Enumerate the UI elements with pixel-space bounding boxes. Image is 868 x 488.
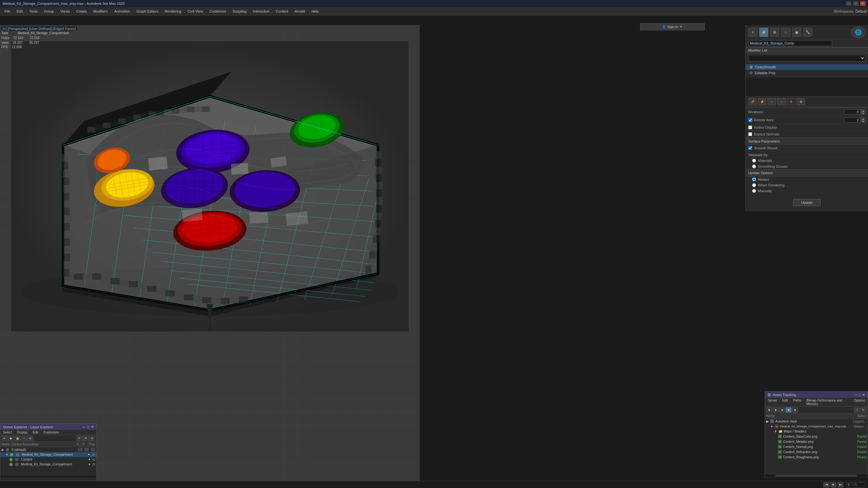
menu-scripting[interactable]: Scripting bbox=[229, 7, 250, 15]
at-tb-btn3[interactable]: ■ bbox=[779, 408, 785, 413]
explicit-normals-checkbox[interactable] bbox=[748, 132, 752, 136]
at-menu-server[interactable]: Server bbox=[765, 398, 780, 406]
frame-counter[interactable]: 0 / 100 bbox=[846, 482, 865, 487]
menu-file[interactable]: File bbox=[1, 7, 13, 15]
at-row-refraction[interactable]: 🖼 Content_Refraction.png Found bbox=[765, 449, 868, 454]
prev-frame-btn[interactable]: |◀ bbox=[824, 482, 829, 487]
signin-button[interactable]: 👤 Sign In ▼ bbox=[640, 23, 705, 30]
menu-customize[interactable]: Customize bbox=[206, 7, 229, 15]
menu-create[interactable]: Create bbox=[73, 7, 90, 15]
close-button[interactable]: ✕ bbox=[860, 1, 865, 6]
menu-animation[interactable]: Animation bbox=[111, 7, 133, 15]
menu-rendering[interactable]: Rendering bbox=[162, 7, 185, 15]
render-iters-checkbox[interactable] bbox=[748, 118, 752, 122]
se-tb-btn1[interactable]: ✕ bbox=[2, 436, 7, 441]
display-icon-btn[interactable]: ◉ bbox=[792, 28, 801, 37]
menu-group[interactable]: Group bbox=[41, 7, 57, 15]
at-row-normal[interactable]: 🖼 Content_Normal.png Found bbox=[765, 444, 868, 449]
object-name-input[interactable] bbox=[748, 40, 832, 46]
at-row-basecolor[interactable]: 🖼 Content_BaseColor.png Found bbox=[765, 434, 868, 439]
main-viewport[interactable]: [+] [Perspective] [User Defined] [Edged … bbox=[0, 25, 420, 488]
move-down-btn[interactable]: ↓ bbox=[777, 98, 786, 105]
create-icon-btn[interactable]: + bbox=[748, 28, 757, 37]
se-render-btn[interactable]: R bbox=[83, 436, 89, 441]
at-row-max-file[interactable]: ▼ M Medical_Kit_Storage_Compartment_max_… bbox=[765, 424, 868, 429]
modifier-item-turbosmooth[interactable]: TurboSmooth bbox=[746, 64, 868, 70]
se-sort-btn[interactable]: F bbox=[76, 436, 82, 441]
at-row-vault[interactable]: ▶ V Autodesk Vault Logged... bbox=[765, 419, 868, 424]
at-row-maps-shaders[interactable]: ▼ 📁 Maps / Shaders bbox=[765, 429, 868, 434]
iterations-input[interactable] bbox=[844, 109, 860, 115]
se-row-medical-kit[interactable]: ▼ Medical_Kit_Storage_Compartment ✦ ⊙ bbox=[0, 452, 96, 457]
render-iters-down-btn[interactable]: ▼ bbox=[861, 120, 865, 123]
at-tb-btn4[interactable]: ■ bbox=[786, 408, 792, 413]
materials-radio[interactable] bbox=[752, 159, 756, 163]
at-maximize-btn[interactable]: □ bbox=[859, 393, 861, 397]
se-tb-btn4[interactable]: + bbox=[21, 436, 27, 441]
menu-modifiers[interactable]: Modifiers bbox=[90, 7, 111, 15]
menu-views[interactable]: Views bbox=[57, 7, 73, 15]
se-menu-display[interactable]: Display bbox=[14, 430, 30, 435]
minimize-button[interactable]: ─ bbox=[846, 1, 851, 6]
isoline-checkbox[interactable] bbox=[748, 126, 752, 129]
show-result-btn[interactable]: ⚡ bbox=[758, 98, 766, 105]
menu-content[interactable]: Content bbox=[273, 7, 291, 15]
se-disp-btn[interactable]: D bbox=[89, 436, 95, 441]
configure-modifier-btn[interactable]: ⚙ bbox=[797, 98, 805, 105]
next-frame-btn[interactable]: ▶| bbox=[838, 482, 843, 487]
at-tb-btn2[interactable]: ■ bbox=[773, 408, 779, 413]
se-close-btn[interactable]: ✕ bbox=[91, 425, 94, 429]
at-menu-paths[interactable]: Paths bbox=[790, 398, 804, 406]
menu-graph-editors[interactable]: Graph Editors bbox=[133, 7, 162, 15]
iterations-up-btn[interactable]: ▲ bbox=[861, 109, 865, 112]
motion-icon-btn[interactable]: ○ bbox=[781, 28, 790, 37]
pin-stack-btn[interactable]: 📌 bbox=[748, 98, 756, 105]
at-minimize-btn[interactable]: ─ bbox=[855, 393, 858, 397]
hierarchy-icon-btn[interactable]: ⊕ bbox=[770, 28, 779, 37]
at-menu-options[interactable]: Options bbox=[851, 398, 868, 406]
at-row-metallic[interactable]: 🖼 Content_Metallic.png Found bbox=[765, 439, 868, 444]
play-btn[interactable]: ▶ bbox=[831, 482, 836, 487]
se-tb-btn5[interactable]: ⊕ bbox=[27, 436, 33, 441]
at-menu-edit[interactable]: Edit bbox=[780, 398, 790, 406]
se-row-default[interactable]: ▶ ☰ 0 (default) bbox=[0, 447, 96, 452]
update-button[interactable]: Update bbox=[793, 199, 820, 206]
render-iters-up-btn[interactable]: ▲ bbox=[861, 118, 865, 120]
at-menu-bitmap[interactable]: Bitmap Performance and Memory bbox=[804, 398, 851, 406]
viewport-perspective-label[interactable]: [+] [Perspective] [User Defined] [Edged … bbox=[1, 27, 77, 31]
move-up-btn[interactable]: ↑ bbox=[768, 98, 776, 105]
se-menu-edit[interactable]: Edit bbox=[30, 430, 41, 435]
utilities-icon-btn[interactable]: 🔧 bbox=[803, 28, 812, 37]
menu-interactive[interactable]: Interactive bbox=[250, 7, 273, 15]
se-tb-btn3[interactable]: 🔒 bbox=[14, 436, 20, 441]
modifier-item-editablepoly[interactable]: Editable Poly bbox=[746, 70, 868, 76]
se-row-medical-kit2[interactable]: Medical_Kit_Storage_Compartment ✦ ⊙ bbox=[0, 462, 96, 467]
menu-civil-view[interactable]: Civil View bbox=[184, 7, 206, 15]
menu-tools[interactable]: Tools bbox=[26, 7, 41, 15]
manually-radio[interactable] bbox=[752, 189, 756, 193]
at-row-roughness[interactable]: 🖼 Content_Roughness.png Found bbox=[765, 454, 868, 460]
at-close-btn[interactable]: ✕ bbox=[862, 393, 865, 397]
menu-arnold[interactable]: Arnold bbox=[291, 7, 308, 15]
se-tb-btn2[interactable]: ▶ bbox=[8, 436, 14, 441]
when-rendering-radio[interactable] bbox=[752, 183, 756, 187]
smooth-result-checkbox[interactable] bbox=[748, 146, 752, 150]
render-iters-input[interactable] bbox=[844, 118, 860, 123]
menu-edit[interactable]: Edit bbox=[13, 7, 26, 15]
modify-icon-btn[interactable]: ⚡ bbox=[759, 28, 768, 37]
se-maximize-btn[interactable]: □ bbox=[87, 425, 89, 429]
at-scrollbar[interactable] bbox=[765, 474, 868, 477]
smoothing-groups-radio[interactable] bbox=[752, 164, 756, 168]
always-radio[interactable] bbox=[752, 177, 756, 181]
at-tb-btn1[interactable]: ■ bbox=[766, 408, 772, 413]
at-refresh-btn[interactable]: ↻ bbox=[861, 408, 866, 413]
se-row-content[interactable]: Content ✦ ⊙ bbox=[0, 457, 96, 462]
iterations-down-btn[interactable]: ▼ bbox=[861, 112, 865, 115]
maximize-button[interactable]: □ bbox=[853, 1, 858, 6]
at-tb-btn5[interactable]: ■ bbox=[792, 408, 798, 413]
at-help-btn[interactable]: ? bbox=[854, 408, 860, 413]
se-minimize-btn[interactable]: ─ bbox=[83, 425, 85, 429]
se-menu-select[interactable]: Select bbox=[0, 430, 14, 435]
modifier-list-dropdown[interactable] bbox=[748, 55, 865, 61]
menu-help[interactable]: Help bbox=[308, 7, 322, 15]
